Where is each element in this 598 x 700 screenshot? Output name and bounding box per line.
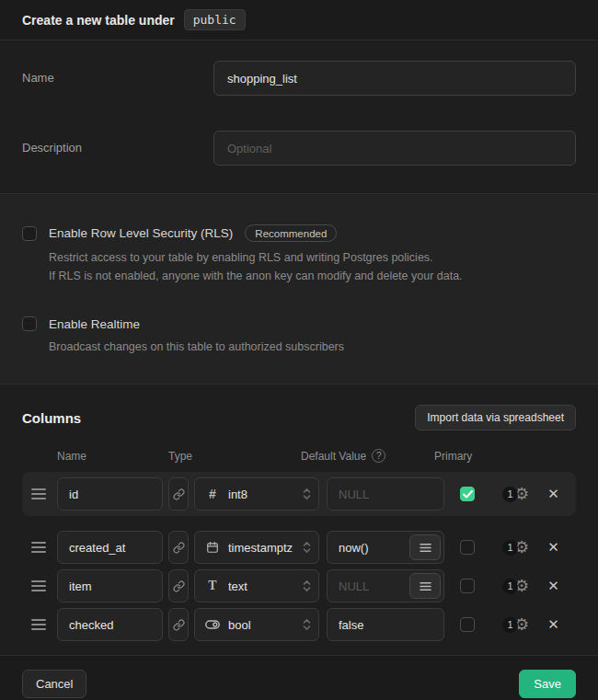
chevron-up-down-icon <box>303 618 311 631</box>
realtime-checkbox[interactable] <box>22 316 37 331</box>
rls-checkbox[interactable] <box>22 226 37 241</box>
settings-count-badge: 1 <box>502 487 518 502</box>
calendar-icon <box>204 541 221 554</box>
column-name-input[interactable] <box>57 477 163 511</box>
default-suggestions-button[interactable] <box>409 573 441 599</box>
default-value-help-icon[interactable]: ? <box>372 449 385 463</box>
toggle-icon <box>204 619 221 630</box>
column-type-select[interactable]: bool <box>194 608 319 641</box>
primary-checkbox[interactable] <box>460 617 475 632</box>
column-type-label: timestamptz <box>228 541 303 555</box>
text-icon: T <box>204 579 221 593</box>
remove-column-button[interactable]: ✕ <box>547 616 559 633</box>
header-primary: Primary <box>434 450 472 463</box>
column-name-input[interactable] <box>57 608 163 641</box>
schema-badge: public <box>184 9 246 30</box>
chevron-up-down-icon <box>303 488 311 500</box>
drag-handle-icon[interactable] <box>31 619 46 630</box>
column-row: timestamptz 1 ⚙ ✕ <box>22 530 576 565</box>
remove-column-button[interactable]: ✕ <box>547 539 559 556</box>
column-settings-button[interactable]: 1 ⚙ <box>502 616 529 633</box>
import-spreadsheet-button[interactable]: Import data via spreadsheet <box>415 405 576 430</box>
settings-count-badge: 1 <box>502 540 518 556</box>
columns-section: Columns Import data via spreadsheet Name… <box>0 384 598 655</box>
column-type-select[interactable]: timestamptz <box>194 531 319 564</box>
cancel-button[interactable]: Cancel <box>22 670 86 698</box>
rls-description: Restrict access to your table by enablin… <box>49 248 576 285</box>
column-default-input[interactable] <box>327 608 444 641</box>
column-settings-button[interactable]: 1 ⚙ <box>502 578 529 594</box>
column-name-input[interactable] <box>57 569 163 602</box>
chevron-up-down-icon <box>303 580 311 592</box>
settings-count-badge: 1 <box>502 579 518 594</box>
name-label: Name <box>22 61 213 85</box>
columns-title: Columns <box>22 410 81 426</box>
settings-count-badge: 1 <box>502 617 518 633</box>
dialog-title: Create a new table under <box>22 13 175 28</box>
basic-info-section: Name Description <box>0 40 598 193</box>
table-name-input[interactable] <box>213 61 576 96</box>
drag-handle-icon[interactable] <box>31 580 46 591</box>
column-type-select[interactable]: # int8 <box>194 477 319 511</box>
realtime-option: Enable Realtime Broadcast changes on thi… <box>22 316 576 356</box>
foreign-key-link-icon[interactable] <box>168 477 189 511</box>
dialog-footer: Cancel Save <box>0 655 598 700</box>
column-type-label: text <box>228 580 303 593</box>
drag-handle-icon[interactable] <box>31 488 46 499</box>
foreign-key-link-icon[interactable] <box>168 569 189 602</box>
default-suggestions-button[interactable] <box>409 534 441 560</box>
table-description-input[interactable] <box>213 131 576 166</box>
columns-grid-headers: Name Type Default Value ? Primary <box>22 449 576 463</box>
chevron-up-down-icon <box>303 541 311 554</box>
column-row: T text 1 ⚙ ✕ <box>22 568 576 603</box>
column-row: # int8 1 ⚙ ✕ <box>22 472 576 516</box>
remove-column-button[interactable]: ✕ <box>547 578 559 594</box>
column-settings-button[interactable]: 1 ⚙ <box>502 486 529 502</box>
column-rows: # int8 1 ⚙ ✕ <box>22 472 576 642</box>
column-name-input[interactable] <box>57 531 163 564</box>
column-default-input[interactable] <box>327 477 444 511</box>
description-label: Description <box>22 131 213 155</box>
realtime-description: Broadcast changes on this table to autho… <box>49 338 576 356</box>
primary-checkbox[interactable] <box>460 487 475 501</box>
column-row: bool 1 ⚙ ✕ <box>22 607 576 642</box>
header-name: Name <box>57 450 168 463</box>
foreign-key-link-icon[interactable] <box>168 608 189 641</box>
save-button[interactable]: Save <box>519 670 576 698</box>
options-section: Enable Row Level Security (RLS) Recommen… <box>0 193 598 384</box>
dialog-header: Create a new table under public <box>0 0 598 40</box>
primary-checkbox[interactable] <box>460 579 475 593</box>
recommended-badge: Recommended <box>245 224 337 242</box>
primary-checkbox[interactable] <box>460 540 475 555</box>
header-type: Type <box>168 450 301 463</box>
remove-column-button[interactable]: ✕ <box>547 486 559 502</box>
foreign-key-link-icon[interactable] <box>168 531 189 564</box>
column-type-label: bool <box>228 618 303 632</box>
column-type-label: int8 <box>228 488 303 501</box>
column-settings-button[interactable]: 1 ⚙ <box>502 539 529 556</box>
rls-label: Enable Row Level Security (RLS) <box>49 226 233 240</box>
hash-icon: # <box>204 487 221 501</box>
rls-option: Enable Row Level Security (RLS) Recommen… <box>22 224 576 285</box>
column-type-select[interactable]: T text <box>194 569 319 602</box>
header-default-value: Default Value ? <box>301 449 393 463</box>
realtime-label: Enable Realtime <box>49 317 140 331</box>
drag-handle-icon[interactable] <box>31 542 46 553</box>
